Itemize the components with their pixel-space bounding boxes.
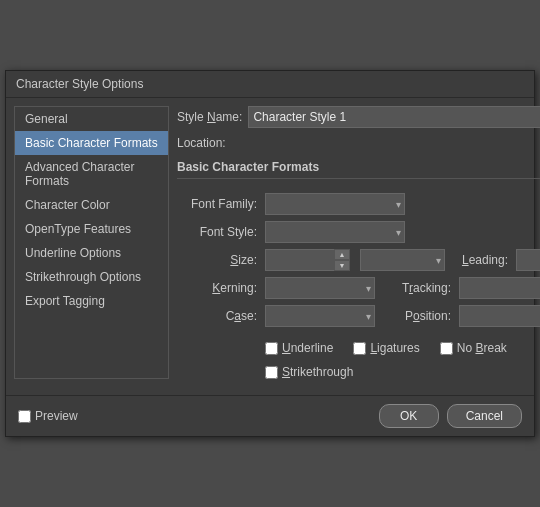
sidebar-item-general[interactable]: General — [15, 107, 168, 131]
position-select[interactable] — [459, 305, 540, 327]
position-label: Position: — [391, 309, 451, 323]
underline-label: Underline — [282, 341, 333, 355]
size-select-wrapper — [360, 249, 445, 271]
main-content: Style Name: Character Style 1 Location: … — [177, 106, 540, 379]
character-style-dialog: Character Style Options General Basic Ch… — [5, 70, 535, 437]
footer: Preview OK Cancel — [6, 395, 534, 436]
tracking-select-wrapper — [459, 277, 540, 299]
preview-label: Preview — [35, 409, 78, 423]
location-label: Location: — [177, 136, 226, 150]
leading-label: Leading: — [453, 253, 508, 267]
kerning-select-wrapper — [265, 277, 375, 299]
font-style-label: Font Style: — [177, 225, 257, 239]
sidebar: General Basic Character Formats Advanced… — [14, 106, 169, 379]
sidebar-item-char-color[interactable]: Character Color — [15, 193, 168, 217]
preview-checkbox[interactable] — [18, 410, 31, 423]
sidebar-item-advanced-char[interactable]: Advanced Character Formats — [15, 155, 168, 193]
strikethrough-checkbox-item[interactable]: Strikethrough — [265, 365, 353, 379]
size-spinner-buttons: ▲ ▼ — [334, 249, 350, 271]
size-decrement-btn[interactable]: ▼ — [334, 260, 350, 271]
strikethrough-label: Strikethrough — [282, 365, 353, 379]
sidebar-item-export-tagging[interactable]: Export Tagging — [15, 289, 168, 313]
font-style-row: Font Style: — [177, 221, 540, 243]
no-break-label: No Break — [457, 341, 507, 355]
dialog-title: Character Style Options — [6, 71, 534, 98]
tracking-label: Tracking: — [391, 281, 451, 295]
font-family-select[interactable] — [265, 193, 405, 215]
kerning-tracking-row: Kerning: Tracking: — [177, 277, 540, 299]
case-select-wrapper — [265, 305, 375, 327]
size-spinner: ▲ ▼ — [265, 249, 350, 271]
case-position-row: Case: Position: — [177, 305, 540, 327]
strikethrough-checkbox[interactable] — [265, 366, 278, 379]
case-label: Case: — [177, 309, 257, 323]
ligatures-checkbox[interactable] — [353, 342, 366, 355]
section-title: Basic Character Formats — [177, 160, 540, 179]
ligatures-checkbox-item[interactable]: Ligatures — [353, 341, 419, 355]
font-family-select-wrapper — [265, 193, 405, 215]
size-label: Size: — [177, 253, 257, 267]
leading-spinner: ▲ ▼ — [516, 249, 540, 271]
checkboxes-row-1: Underline Ligatures No Break — [265, 341, 540, 355]
leading-input[interactable] — [516, 249, 540, 271]
font-style-select-wrapper — [265, 221, 405, 243]
cancel-button[interactable]: Cancel — [447, 404, 522, 428]
kerning-label: Kerning: — [177, 281, 257, 295]
preview-area: Preview — [18, 409, 78, 423]
position-select-wrapper — [459, 305, 540, 327]
dialog-body: General Basic Character Formats Advanced… — [6, 98, 534, 387]
sidebar-item-underline[interactable]: Underline Options — [15, 241, 168, 265]
tracking-select[interactable] — [459, 277, 540, 299]
size-leading-row: Size: ▲ ▼ Leading: ▲ ▼ — [177, 249, 540, 271]
style-name-input[interactable]: Character Style 1 — [248, 106, 540, 128]
sidebar-item-opentype[interactable]: OpenType Features — [15, 217, 168, 241]
sidebar-item-strikethrough[interactable]: Strikethrough Options — [15, 265, 168, 289]
case-select[interactable] — [265, 305, 375, 327]
ok-button[interactable]: OK — [379, 404, 439, 428]
location-row: Location: — [177, 136, 540, 150]
no-break-checkbox-item[interactable]: No Break — [440, 341, 507, 355]
checkboxes-row-2: Strikethrough — [265, 365, 540, 379]
style-name-row: Style Name: Character Style 1 — [177, 106, 540, 128]
kerning-select[interactable] — [265, 277, 375, 299]
size-increment-btn[interactable]: ▲ — [334, 249, 350, 260]
underline-checkbox-item[interactable]: Underline — [265, 341, 333, 355]
font-family-row: Font Family: — [177, 193, 540, 215]
ligatures-label: Ligatures — [370, 341, 419, 355]
sidebar-item-basic-char[interactable]: Basic Character Formats — [15, 131, 168, 155]
underline-checkbox[interactable] — [265, 342, 278, 355]
no-break-checkbox[interactable] — [440, 342, 453, 355]
font-style-select[interactable] — [265, 221, 405, 243]
size-unit-select[interactable] — [360, 249, 445, 271]
style-name-label: Style Name: — [177, 110, 242, 124]
font-family-label: Font Family: — [177, 197, 257, 211]
footer-buttons: OK Cancel — [379, 404, 522, 428]
